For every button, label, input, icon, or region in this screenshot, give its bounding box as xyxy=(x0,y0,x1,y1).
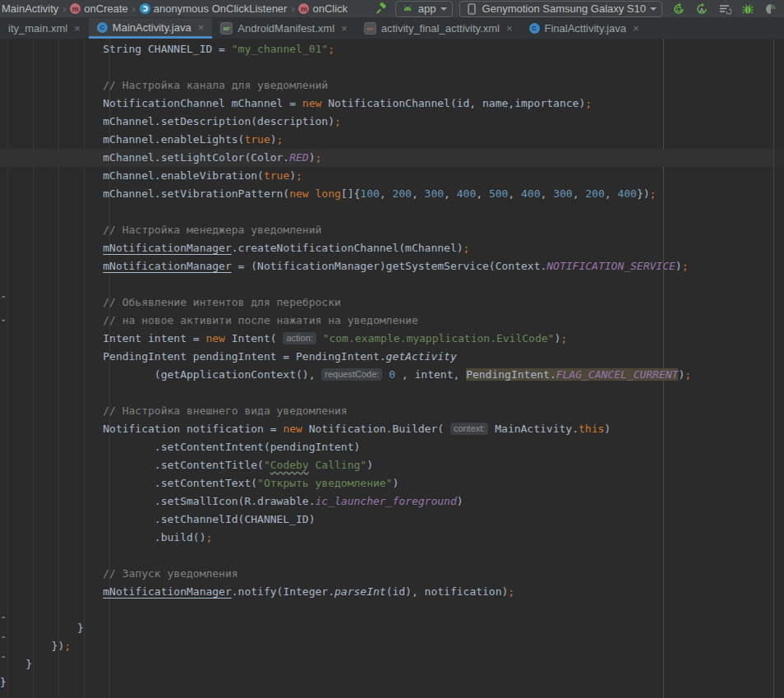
code-line[interactable] xyxy=(0,547,784,565)
breadcrumb-item[interactable]: onCreate xyxy=(84,2,127,15)
code-token: .setChannelId(CHANNEL_ID) xyxy=(0,513,316,525)
code-line[interactable]: mChannel.setVibrationPattern(new long[]{… xyxy=(0,185,784,203)
code-editor[interactable]: String CHANNEL_ID = "my_channel_01"; // … xyxy=(0,39,784,698)
code-line[interactable]: // Настройка внешнего вида уведомления xyxy=(0,402,784,420)
code-line[interactable] xyxy=(0,275,784,294)
code-line[interactable]: // Настройка канала для уведомлений xyxy=(0,76,784,95)
code-token: 300 xyxy=(553,187,572,200)
code-token: PendingIntent. xyxy=(466,368,556,381)
profiler-icon[interactable] xyxy=(764,2,777,16)
editor-scrollbar[interactable] xyxy=(773,39,784,698)
fold-marker-icon[interactable]: ⌃ xyxy=(0,616,7,624)
code-token: ) xyxy=(676,260,682,272)
tab-label: FinalActtivity.java xyxy=(545,22,626,35)
code-line[interactable] xyxy=(0,601,784,619)
breadcrumb-item[interactable]: MainActivity xyxy=(2,2,58,15)
tab-androidmanifest-xml[interactable]: MFAndroidManifest.xml× xyxy=(212,18,355,39)
code-line[interactable] xyxy=(0,203,784,221)
code-line[interactable]: } xyxy=(0,673,784,691)
code-line[interactable]: Intent intent = new Intent( action: "com… xyxy=(0,330,784,348)
apply-code-changes-icon[interactable]: A xyxy=(695,2,708,16)
code-token: 400 xyxy=(457,187,476,200)
code-line[interactable]: .setContentIntent(pendingIntent) xyxy=(0,438,784,456)
code-line[interactable]: mChannel.enableVibration(true); xyxy=(0,167,784,185)
code-line[interactable]: NotificationChannel mChannel = new Notif… xyxy=(0,95,784,113)
rerun-activity-icon[interactable] xyxy=(672,2,685,16)
code-line[interactable]: mChannel.setLightColor(Color.RED); xyxy=(0,149,784,167)
close-icon[interactable]: × xyxy=(74,22,81,35)
code-token: MainActivity. xyxy=(488,423,579,435)
code-token: NOTIFICATION_SERVICE xyxy=(546,260,676,272)
debug-icon[interactable] xyxy=(741,2,754,16)
code-token: // Настройка канала для уведомлений xyxy=(0,79,328,91)
chevron-down-icon xyxy=(650,7,657,11)
fold-marker-icon[interactable]: ⌃ xyxy=(0,655,7,663)
code-line[interactable]: String CHANNEL_ID = "my_channel_01"; xyxy=(0,40,784,58)
code-token: mChannel.setVibrationPattern( xyxy=(0,187,289,200)
tab-activity-final-acttivity-xml[interactable]: </>activity_final_acttivity.xml× xyxy=(356,18,521,39)
device-selector[interactable]: Genymotion Samsung Galaxy S10 xyxy=(459,1,662,17)
code-line[interactable]: mNotificationManager.createNotificationC… xyxy=(0,239,784,257)
code-token: // Обьявление интентов для переброски xyxy=(0,296,341,308)
code-line[interactable]: mChannel.enableLights(true); xyxy=(0,131,784,149)
fold-marker-icon[interactable]: ⌃ xyxy=(0,680,7,688)
code-token: new xyxy=(205,332,224,344)
code-line[interactable]: mNotificationManager = (NotificationMana… xyxy=(0,257,784,275)
breadcrumb-separator: › xyxy=(62,3,67,15)
code-token: new xyxy=(283,423,302,435)
code-token: // Настройка внешнего вида уведомления xyxy=(0,404,348,417)
code-token: ; xyxy=(64,640,71,652)
tab-mainactivity-java[interactable]: CMainActivity.java× xyxy=(89,18,212,39)
breadcrumb-item[interactable]: onClick xyxy=(312,2,348,15)
code-line[interactable]: // Обьявление интентов для переброски xyxy=(0,294,784,312)
fold-marker-icon[interactable]: ⌃ xyxy=(0,295,7,303)
close-icon[interactable]: × xyxy=(506,22,513,35)
java-class-file-icon: C xyxy=(529,23,540,34)
code-line[interactable]: // Запуск уведомления xyxy=(0,565,784,583)
code-token: 400 xyxy=(617,187,636,200)
code-line[interactable]: mChannel.setDescription(description); xyxy=(0,113,784,131)
code-token: (getApplicationContext(), xyxy=(0,368,321,381)
code-token: NotificationChannel mChannel = xyxy=(0,97,302,109)
code-token: ; xyxy=(334,115,341,127)
code-token xyxy=(316,332,323,344)
code-line[interactable]: .build(); xyxy=(0,529,784,547)
code-line[interactable]: // на новое активити после нажатия на ув… xyxy=(0,312,784,330)
code-line[interactable]: mNotificationManager.notify(Integer.pars… xyxy=(0,583,784,601)
code-line[interactable]: }); xyxy=(0,637,784,655)
event-log-icon[interactable] xyxy=(718,2,731,16)
code-token: true xyxy=(244,133,270,146)
code-line[interactable]: } xyxy=(0,655,784,673)
code-token: 300 xyxy=(425,187,444,200)
phone-icon xyxy=(465,2,478,16)
tab-finalacttivity-java[interactable]: CFinalActtivity.java× xyxy=(521,18,648,39)
run-configuration-selector[interactable]: app xyxy=(395,1,453,17)
breadcrumb-separator: › xyxy=(290,3,295,15)
close-icon[interactable]: × xyxy=(633,22,639,35)
tab-ity-main-xml[interactable]: ity_main.xml× xyxy=(0,18,89,39)
code-token: " xyxy=(264,459,270,471)
code-line[interactable] xyxy=(0,384,784,402)
breadcrumb-item[interactable]: anonymous OnClickListener xyxy=(154,2,288,15)
fold-marker-icon[interactable]: ⌃ xyxy=(0,636,7,644)
build-hammer-icon[interactable] xyxy=(376,2,389,16)
code-line[interactable]: .setChannelId(CHANNEL_ID) xyxy=(0,511,784,529)
code-line[interactable]: PendingIntent pendingIntent = PendingInt… xyxy=(0,348,784,366)
inlay-hint: requestCode: xyxy=(321,368,382,381)
code-line[interactable]: .setSmallIcon(R.drawable.ic_launcher_for… xyxy=(0,492,784,511)
fold-marker-icon[interactable]: ⌄ xyxy=(0,315,7,323)
code-token: Codeby xyxy=(270,459,309,471)
close-icon[interactable]: × xyxy=(341,22,348,35)
code-line[interactable]: (getApplicationContext(), requestCode: 0… xyxy=(0,366,784,384)
code-token: ) xyxy=(270,133,277,146)
code-token: mChannel.setDescription(description) xyxy=(0,115,334,127)
code-line[interactable]: .setContentText("Открыть уведомление") xyxy=(0,474,784,492)
code-line[interactable]: Notification notification = new Notifica… xyxy=(0,420,784,438)
code-token xyxy=(0,260,103,272)
close-icon[interactable]: × xyxy=(198,21,205,34)
code-line[interactable]: // Настройка менеджера уведомлений xyxy=(0,221,784,239)
code-line[interactable] xyxy=(0,58,784,76)
code-line[interactable]: .setContentTitle("Codeby Calling") xyxy=(0,456,784,474)
code-line[interactable]: } xyxy=(0,619,784,637)
editor-tab-bar: ity_main.xml×CMainActivity.java×MFAndroi… xyxy=(0,18,784,39)
